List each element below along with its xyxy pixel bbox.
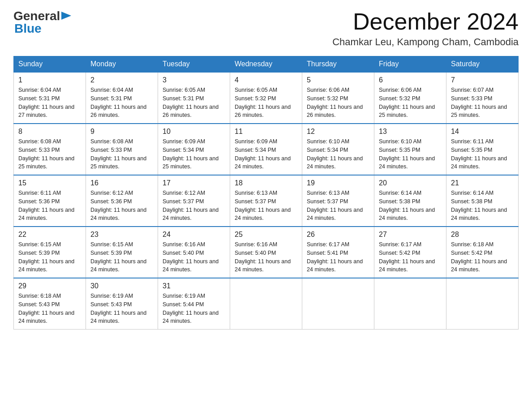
calendar-cell: 2 Sunrise: 6:04 AM Sunset: 5:31 PM Dayli… xyxy=(86,72,158,124)
calendar-cell: 24 Sunrise: 6:16 AM Sunset: 5:40 PM Dayl… xyxy=(158,227,230,278)
day-number: 21 xyxy=(451,179,514,187)
day-number: 20 xyxy=(379,179,442,187)
day-info: Sunrise: 6:16 AM Sunset: 5:40 PM Dayligh… xyxy=(235,240,297,274)
calendar-cell: 13 Sunrise: 6:10 AM Sunset: 5:35 PM Dayl… xyxy=(374,124,446,175)
day-info: Sunrise: 6:04 AM Sunset: 5:31 PM Dayligh… xyxy=(18,86,81,120)
day-info: Sunrise: 6:17 AM Sunset: 5:41 PM Dayligh… xyxy=(307,240,369,274)
day-info: Sunrise: 6:06 AM Sunset: 5:32 PM Dayligh… xyxy=(379,86,442,120)
day-number: 13 xyxy=(379,128,442,136)
day-info: Sunrise: 6:14 AM Sunset: 5:38 PM Dayligh… xyxy=(451,189,514,223)
day-number: 27 xyxy=(379,231,442,239)
day-info: Sunrise: 6:15 AM Sunset: 5:39 PM Dayligh… xyxy=(18,240,81,274)
day-number: 30 xyxy=(90,282,153,290)
day-info: Sunrise: 6:11 AM Sunset: 5:35 PM Dayligh… xyxy=(451,137,514,171)
day-number: 8 xyxy=(18,128,81,136)
logo: General Blue xyxy=(13,9,71,36)
calendar-week-row: 8 Sunrise: 6:08 AM Sunset: 5:33 PM Dayli… xyxy=(14,124,519,175)
header-saturday: Saturday xyxy=(446,56,519,73)
day-number: 6 xyxy=(379,76,442,84)
day-info: Sunrise: 6:13 AM Sunset: 5:37 PM Dayligh… xyxy=(307,189,369,223)
day-info: Sunrise: 6:13 AM Sunset: 5:37 PM Dayligh… xyxy=(235,189,297,223)
calendar-cell: 19 Sunrise: 6:13 AM Sunset: 5:37 PM Dayl… xyxy=(302,175,374,227)
day-number: 12 xyxy=(307,128,369,136)
header-monday: Monday xyxy=(86,56,158,73)
calendar-cell: 5 Sunrise: 6:06 AM Sunset: 5:32 PM Dayli… xyxy=(302,72,374,124)
calendar-cell: 18 Sunrise: 6:13 AM Sunset: 5:37 PM Dayl… xyxy=(230,175,302,227)
calendar-cell: 31 Sunrise: 6:19 AM Sunset: 5:44 PM Dayl… xyxy=(158,278,230,330)
day-number: 1 xyxy=(18,76,81,84)
day-info: Sunrise: 6:14 AM Sunset: 5:38 PM Dayligh… xyxy=(379,189,442,223)
calendar-cell: 15 Sunrise: 6:11 AM Sunset: 5:36 PM Dayl… xyxy=(14,175,86,227)
day-info: Sunrise: 6:05 AM Sunset: 5:31 PM Dayligh… xyxy=(163,86,225,120)
day-info: Sunrise: 6:19 AM Sunset: 5:43 PM Dayligh… xyxy=(90,292,153,325)
calendar-cell: 4 Sunrise: 6:05 AM Sunset: 5:32 PM Dayli… xyxy=(230,72,302,124)
calendar-header-row: SundayMondayTuesdayWednesdayThursdayFrid… xyxy=(14,56,519,73)
day-info: Sunrise: 6:08 AM Sunset: 5:33 PM Dayligh… xyxy=(18,137,81,171)
day-number: 31 xyxy=(163,282,225,290)
day-number: 10 xyxy=(163,128,225,136)
day-number: 9 xyxy=(90,128,153,136)
calendar-week-row: 15 Sunrise: 6:11 AM Sunset: 5:36 PM Dayl… xyxy=(14,175,519,227)
day-number: 22 xyxy=(18,231,81,239)
calendar-week-row: 1 Sunrise: 6:04 AM Sunset: 5:31 PM Dayli… xyxy=(14,72,519,124)
day-number: 14 xyxy=(451,128,514,136)
day-info: Sunrise: 6:07 AM Sunset: 5:33 PM Dayligh… xyxy=(451,86,514,120)
day-number: 25 xyxy=(235,231,297,239)
day-number: 24 xyxy=(163,231,225,239)
calendar-cell: 9 Sunrise: 6:08 AM Sunset: 5:33 PM Dayli… xyxy=(86,124,158,175)
day-info: Sunrise: 6:11 AM Sunset: 5:36 PM Dayligh… xyxy=(18,189,81,223)
calendar-cell: 29 Sunrise: 6:18 AM Sunset: 5:43 PM Dayl… xyxy=(14,278,86,330)
day-number: 28 xyxy=(451,231,514,239)
calendar-cell xyxy=(230,278,302,330)
day-number: 11 xyxy=(235,128,297,136)
day-info: Sunrise: 6:10 AM Sunset: 5:34 PM Dayligh… xyxy=(307,137,369,171)
title-block: December 2024 Chamkar Leu, Kampong Cham,… xyxy=(332,9,519,48)
calendar-week-row: 29 Sunrise: 6:18 AM Sunset: 5:43 PM Dayl… xyxy=(14,278,519,330)
day-info: Sunrise: 6:16 AM Sunset: 5:40 PM Dayligh… xyxy=(163,240,225,274)
day-number: 3 xyxy=(163,76,225,84)
day-number: 17 xyxy=(163,179,225,187)
page-header: General Blue December 2024 Chamkar Leu, … xyxy=(13,9,519,48)
day-info: Sunrise: 6:15 AM Sunset: 5:39 PM Dayligh… xyxy=(90,240,153,274)
calendar-cell: 10 Sunrise: 6:09 AM Sunset: 5:34 PM Dayl… xyxy=(158,124,230,175)
calendar-cell: 16 Sunrise: 6:12 AM Sunset: 5:36 PM Dayl… xyxy=(86,175,158,227)
calendar-cell xyxy=(446,278,519,330)
calendar-cell: 20 Sunrise: 6:14 AM Sunset: 5:38 PM Dayl… xyxy=(374,175,446,227)
calendar-cell: 26 Sunrise: 6:17 AM Sunset: 5:41 PM Dayl… xyxy=(302,227,374,278)
day-info: Sunrise: 6:04 AM Sunset: 5:31 PM Dayligh… xyxy=(90,86,153,120)
calendar-cell: 23 Sunrise: 6:15 AM Sunset: 5:39 PM Dayl… xyxy=(86,227,158,278)
day-number: 4 xyxy=(235,76,297,84)
day-info: Sunrise: 6:10 AM Sunset: 5:35 PM Dayligh… xyxy=(379,137,442,171)
logo-arrow-icon xyxy=(61,12,71,20)
calendar-cell: 7 Sunrise: 6:07 AM Sunset: 5:33 PM Dayli… xyxy=(446,72,519,124)
calendar-week-row: 22 Sunrise: 6:15 AM Sunset: 5:39 PM Dayl… xyxy=(14,227,519,278)
day-number: 18 xyxy=(235,179,297,187)
calendar-cell: 12 Sunrise: 6:10 AM Sunset: 5:34 PM Dayl… xyxy=(302,124,374,175)
calendar-title: December 2024 xyxy=(332,9,519,34)
day-info: Sunrise: 6:18 AM Sunset: 5:42 PM Dayligh… xyxy=(451,240,514,274)
header-friday: Friday xyxy=(374,56,446,73)
day-number: 15 xyxy=(18,179,81,187)
header-wednesday: Wednesday xyxy=(230,56,302,73)
calendar-cell xyxy=(374,278,446,330)
calendar-cell: 3 Sunrise: 6:05 AM Sunset: 5:31 PM Dayli… xyxy=(158,72,230,124)
day-number: 29 xyxy=(18,282,81,290)
day-info: Sunrise: 6:09 AM Sunset: 5:34 PM Dayligh… xyxy=(163,137,225,171)
calendar-cell: 27 Sunrise: 6:17 AM Sunset: 5:42 PM Dayl… xyxy=(374,227,446,278)
day-number: 7 xyxy=(451,76,514,84)
calendar-cell xyxy=(302,278,374,330)
calendar-cell: 11 Sunrise: 6:09 AM Sunset: 5:34 PM Dayl… xyxy=(230,124,302,175)
calendar-cell: 14 Sunrise: 6:11 AM Sunset: 5:35 PM Dayl… xyxy=(446,124,519,175)
calendar-subtitle: Chamkar Leu, Kampong Cham, Cambodia xyxy=(332,36,519,48)
logo-blue-text: Blue xyxy=(14,21,42,36)
day-info: Sunrise: 6:12 AM Sunset: 5:37 PM Dayligh… xyxy=(163,189,225,223)
day-info: Sunrise: 6:17 AM Sunset: 5:42 PM Dayligh… xyxy=(379,240,442,274)
calendar-cell: 25 Sunrise: 6:16 AM Sunset: 5:40 PM Dayl… xyxy=(230,227,302,278)
day-info: Sunrise: 6:08 AM Sunset: 5:33 PM Dayligh… xyxy=(90,137,153,171)
calendar-cell: 28 Sunrise: 6:18 AM Sunset: 5:42 PM Dayl… xyxy=(446,227,519,278)
calendar-cell: 22 Sunrise: 6:15 AM Sunset: 5:39 PM Dayl… xyxy=(14,227,86,278)
day-info: Sunrise: 6:19 AM Sunset: 5:44 PM Dayligh… xyxy=(163,292,225,325)
calendar-cell: 8 Sunrise: 6:08 AM Sunset: 5:33 PM Dayli… xyxy=(14,124,86,175)
header-tuesday: Tuesday xyxy=(158,56,230,73)
day-info: Sunrise: 6:18 AM Sunset: 5:43 PM Dayligh… xyxy=(18,292,81,325)
